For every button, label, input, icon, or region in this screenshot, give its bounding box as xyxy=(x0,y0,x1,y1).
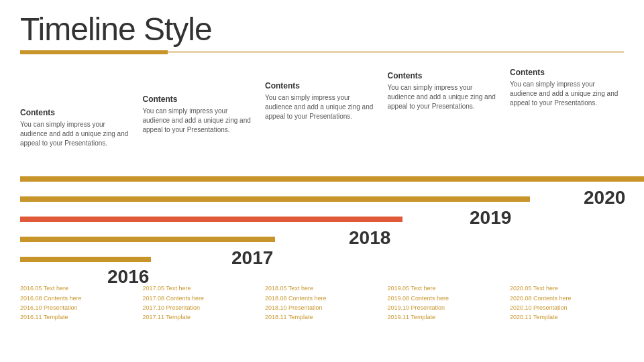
title-bar xyxy=(20,50,624,54)
line-5-2: 2020.08 Contents here xyxy=(510,294,624,303)
bottom-item-4-lines: 2019.05 Text here 2019.08 Contents here … xyxy=(388,284,502,322)
bottom-item-1-lines: 2016.05 Text here 2016.08 Contents here … xyxy=(20,284,134,322)
line-3-3: 2018.10 Presentation xyxy=(265,303,379,312)
card-5: Contents You can simply impress your aud… xyxy=(510,68,624,108)
line-2-4: 2017.11 Template xyxy=(143,312,257,322)
page-title: Timeline Style xyxy=(20,12,624,48)
timeline-area: Contents You can simply impress your aud… xyxy=(20,61,624,322)
bar-2018 xyxy=(20,217,402,222)
line-4-1: 2019.05 Text here xyxy=(388,284,502,293)
bar-2017 xyxy=(20,237,275,242)
title-section: Timeline Style xyxy=(0,0,644,54)
year-2019: 2019 xyxy=(470,207,511,229)
line-4-2: 2019.08 Contents here xyxy=(388,294,502,303)
bar-2019 xyxy=(20,196,530,202)
bar-2016 xyxy=(20,257,151,262)
card-5-body: You can simply impress your audience and… xyxy=(510,80,624,108)
card-3: Contents You can simply impress your aud… xyxy=(265,81,379,121)
bottom-item-2: 2017.05 Text here 2017.08 Contents here … xyxy=(143,284,257,322)
line-1-4: 2016.11 Template xyxy=(20,312,134,322)
bar-2020 xyxy=(20,176,644,182)
line-2-1: 2017.05 Text here xyxy=(143,284,257,293)
card-4-body: You can simply impress your audience and… xyxy=(388,83,502,111)
bottom-item-3: 2018.05 Text here 2018.08 Contents here … xyxy=(265,284,379,322)
line-4-3: 2019.10 Presentation xyxy=(388,303,502,312)
card-4-title: Contents xyxy=(388,71,502,80)
line-5-3: 2020.10 Presentation xyxy=(510,303,624,312)
card-2-title: Contents xyxy=(143,95,257,104)
card-5-title: Contents xyxy=(510,68,624,77)
bottom-items: 2016.05 Text here 2016.08 Contents here … xyxy=(20,284,624,322)
card-3-title: Contents xyxy=(265,81,379,90)
year-2018: 2018 xyxy=(349,227,390,249)
bottom-item-5-lines: 2020.05 Text here 2020.08 Contents here … xyxy=(510,284,624,322)
title-bar-gold xyxy=(20,50,168,54)
year-2020: 2020 xyxy=(584,187,625,208)
line-2-2: 2017.08 Contents here xyxy=(143,294,257,303)
line-1-3: 2016.10 Presentation xyxy=(20,303,134,312)
card-1-title: Contents xyxy=(20,108,134,117)
bottom-item-4: 2019.05 Text here 2019.08 Contents here … xyxy=(388,284,502,322)
line-1-2: 2016.08 Contents here xyxy=(20,294,134,303)
bottom-item-1: 2016.05 Text here 2016.08 Contents here … xyxy=(20,284,134,322)
line-3-2: 2018.08 Contents here xyxy=(265,294,379,303)
bottom-item-3-lines: 2018.05 Text here 2018.08 Contents here … xyxy=(265,284,379,322)
year-2017: 2017 xyxy=(231,247,273,269)
bottom-item-5: 2020.05 Text here 2020.08 Contents here … xyxy=(510,284,624,322)
line-2-3: 2017.10 Presentation xyxy=(143,303,257,312)
bottom-item-2-lines: 2017.05 Text here 2017.08 Contents here … xyxy=(143,284,257,322)
timeline-bars: 2016 2017 2018 2019 2020 xyxy=(20,128,624,262)
title-bar-gray xyxy=(168,51,624,53)
line-3-1: 2018.05 Text here xyxy=(265,284,379,293)
line-3-4: 2018.11 Template xyxy=(265,312,379,322)
line-4-4: 2019.11 Template xyxy=(388,312,502,322)
card-3-body: You can simply impress your audience and… xyxy=(265,93,379,121)
card-4: Contents You can simply impress your aud… xyxy=(388,71,502,111)
line-5-4: 2020.11 Template xyxy=(510,312,624,322)
line-5-1: 2020.05 Text here xyxy=(510,284,624,293)
line-1-1: 2016.05 Text here xyxy=(20,284,134,293)
